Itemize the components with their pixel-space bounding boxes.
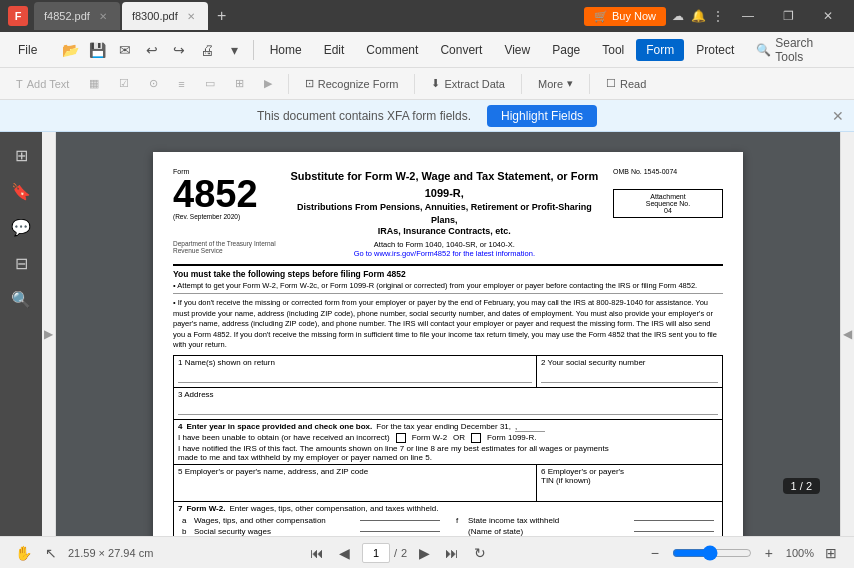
form-title-block: Substitute for Form W-2, Wage and Tax St… [286,168,603,258]
row7-f: fState income tax withheld [452,515,718,526]
more-button[interactable]: More ▾ [530,74,581,93]
steps-heading: You must take the following steps before… [173,269,723,279]
title-line2: Distributions From Pensions, Annuities, … [286,201,603,226]
hand-tool-button[interactable]: ✋ [12,542,34,564]
open-icon[interactable]: 📂 [57,36,82,64]
next-page-button[interactable]: ▶ [413,542,435,564]
first-page-button[interactable]: ⏮ [306,542,328,564]
select-tool-button[interactable]: ↖ [40,542,62,564]
buy-now-button[interactable]: 🛒 Buy Now [584,7,666,26]
menu-tool[interactable]: Tool [592,39,634,61]
row-3: 3 Address [173,387,723,420]
sidebar-search-icon[interactable]: 🔍 [6,284,36,314]
print-dropdown-icon[interactable]: ▾ [221,36,246,64]
menubar: File 📂 💾 ✉ ↩ ↪ 🖨 ▾ Home Edit Comment Con… [0,32,854,68]
highlight-fields-button[interactable]: Highlight Fields [487,105,597,127]
w2-checkbox [396,433,406,443]
print-icon[interactable]: 🖨 [194,36,219,64]
restore-button[interactable]: ❐ [770,2,806,30]
form-number: 4852 [173,175,276,213]
menu-form[interactable]: Form [636,39,684,61]
panel-toggle-right[interactable]: ◀ [840,132,854,536]
panel-toggle-left[interactable]: ▶ [42,132,56,536]
rev-date: (Rev. September 2020) [173,213,276,220]
field-icon-6: ⊞ [227,74,252,93]
page-indicator: / 2 [362,543,407,563]
dept-line1: Department of the Treasury Internal [173,240,276,247]
field6: 6 Employer's or payer's TIN (if known) [537,465,722,501]
row-5-6: 5 Employer's or payer's name, address, a… [173,464,723,502]
tab-f4852[interactable]: f4852.pdf ✕ [34,2,120,30]
menu-file-icons: File [8,39,47,61]
read-checkbox[interactable]: ☐ Read [598,74,654,93]
row-7: 7 Form W-2. Enter wages, tips, other com… [173,501,723,536]
read-check-icon: ☐ [606,77,616,90]
menu-file[interactable]: File [8,39,47,61]
left-sidebar: ⊞ 🔖 💬 ⊟ 🔍 [0,132,42,536]
save-icon[interactable]: 💾 [85,36,110,64]
field7f-input [634,520,714,521]
tab-f8300[interactable]: f8300.pdf ✕ [122,2,208,30]
field1: 1 Name(s) shown on return [174,356,537,387]
total-pages: 2 [401,547,407,559]
more-options-icon[interactable]: ⋮ [710,8,726,24]
minimize-button[interactable]: — [730,2,766,30]
tab-f8300-close[interactable]: ✕ [184,9,198,23]
email-icon[interactable]: ✉ [112,36,137,64]
xfa-message: This document contains XFA form fields. [257,109,471,123]
step1-text: • Attempt to get your Form W-2, Form W-2… [173,281,723,290]
page-number-input[interactable] [362,543,390,563]
field-icon-7: ▶ [256,74,280,93]
add-text-button[interactable]: T Add Text [8,75,77,93]
close-button[interactable]: ✕ [810,2,846,30]
sidebar-pages-icon[interactable]: ⊞ [6,140,36,170]
titlebar: F f4852.pdf ✕ f8300.pdf ✕ + 🛒 Buy Now ☁ … [0,0,854,32]
zoom-slider[interactable] [672,545,752,561]
tab-f4852-close[interactable]: ✕ [96,9,110,23]
field2: 2 Your social security number [537,356,722,387]
menu-page[interactable]: Page [542,39,590,61]
page-count-badge: 1 / 2 [783,478,820,494]
zoom-in-button[interactable]: + [758,542,780,564]
add-tab-button[interactable]: + [210,4,234,28]
sidebar-layers-icon[interactable]: ⊟ [6,248,36,278]
zoom-out-button[interactable]: − [644,542,666,564]
sidebar-comments-icon[interactable]: 💬 [6,212,36,242]
attach-line: Attach to Form 1040, 1040-SR, or 1040-X. [286,240,603,249]
menu-edit[interactable]: Edit [314,39,355,61]
1099r-checkbox [471,433,481,443]
title-line3: IRAs, Insurance Contracts, etc. [286,226,603,236]
redo-icon[interactable]: ↪ [167,36,192,64]
menu-protect[interactable]: Protect [686,39,744,61]
row7-state: (Name of state) [452,526,718,536]
sequence-no: 04 [617,207,719,214]
xfa-banner: This document contains XFA form fields. … [0,100,854,132]
chevron-left-icon: ◀ [843,327,852,341]
prev-page-button[interactable]: ◀ [334,542,356,564]
attachment-label: Attachment [617,193,719,200]
sidebar-bookmarks-icon[interactable]: 🔖 [6,176,36,206]
recognize-icon: ⊡ [305,77,314,90]
nav-controls: ⏮ ◀ / 2 ▶ ⏭ ↻ [306,542,491,564]
row-1-2: 1 Name(s) shown on return 2 Your social … [173,355,723,388]
search-tools-button[interactable]: 🔍 Search Tools [746,32,846,68]
field7state-input [634,531,714,532]
extract-data-button[interactable]: ⬇ Extract Data [423,74,513,93]
notification-icon[interactable]: 🔔 [690,8,706,24]
fit-page-button[interactable]: ⊞ [820,542,842,564]
xfa-close-button[interactable]: ✕ [832,108,844,124]
last-page-button[interactable]: ⏭ [441,542,463,564]
pdf-viewer[interactable]: Form 4852 (Rev. September 2020) Departme… [56,132,840,536]
menu-convert[interactable]: Convert [430,39,492,61]
rotate-button[interactable]: ↻ [469,542,491,564]
pdf-page: Form 4852 (Rev. September 2020) Departme… [153,152,743,536]
menu-home[interactable]: Home [260,39,312,61]
field-icon-5: ▭ [197,74,223,93]
tab-bar: f4852.pdf ✕ f8300.pdf ✕ + [34,2,578,30]
recognize-form-button[interactable]: ⊡ Recognize Form [297,74,407,93]
menu-view[interactable]: View [494,39,540,61]
undo-icon[interactable]: ↩ [139,36,164,64]
row4-line2: I have been unable to obtain (or have re… [178,433,718,443]
menu-comment[interactable]: Comment [356,39,428,61]
field-icon-2: ☑ [111,74,137,93]
